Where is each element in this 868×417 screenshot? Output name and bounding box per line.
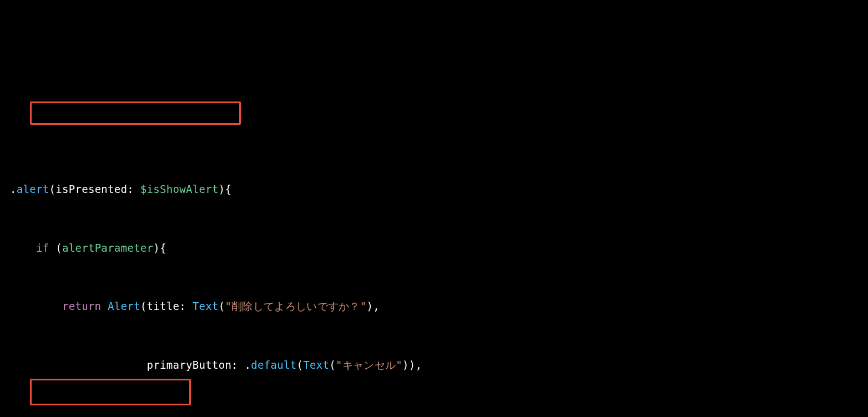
code-line: if (alertParameter){ [10, 238, 858, 258]
code-line: secondaryButton: .destructive(Text("削除")… [10, 414, 858, 417]
highlight-box-else [30, 379, 191, 405]
code-line: .alert(isPresented: $isShowAlert){ [10, 180, 858, 199]
code-editor[interactable]: .alert(isPresented: $isShowAlert){ if (a… [10, 83, 858, 417]
highlight-box-if [30, 101, 241, 125]
code-line: return Alert(title: Text("削除してよろしいですか？")… [10, 297, 858, 316]
code-line: primaryButton: .default(Text("キャンセル")), [10, 355, 858, 375]
